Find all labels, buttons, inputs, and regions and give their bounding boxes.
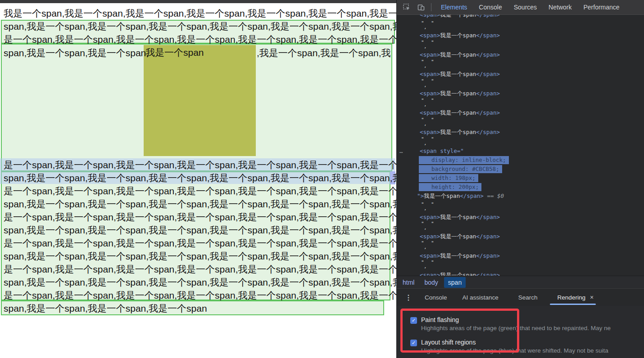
breadcrumb-body[interactable]: body <box>420 277 442 288</box>
tab-performance[interactable]: Performance <box>583 4 619 11</box>
dom-node-span[interactable]: <span>我是一个span</span> <box>420 108 500 117</box>
dom-node-span[interactable]: <span>我是一个span</span> <box>420 89 500 98</box>
tab-console[interactable]: Console <box>479 4 502 11</box>
close-icon[interactable]: × <box>590 294 594 301</box>
dom-node-span[interactable]: <span>我是一个span</span> <box>420 50 500 59</box>
page-text-line: 是一个span,我是一个span,我是一个span,我是一个span,我是一个s… <box>4 263 396 276</box>
tab-elements[interactable]: Elements <box>441 4 467 11</box>
web-page-viewport: 我是一个span,我是一个span,我是一个span,我是一个span,我是一个… <box>0 0 396 358</box>
dom-node-span[interactable]: <span>我是一个span</span> <box>420 31 500 40</box>
drawer-tab-console[interactable]: Console <box>425 294 447 301</box>
devtools-panel: Elements Console Sources Network Perform… <box>396 0 644 358</box>
elements-tree: <span>我是一个span</span>"",<span>我是一个span</… <box>397 14 644 276</box>
dom-node-span[interactable]: <span>我是一个span</span> <box>420 251 500 260</box>
drawer-tab-rendering[interactable]: Rendering <box>558 294 585 301</box>
page-text-line: span,我是一个span,我是一个span,我是一个span,我是一个span… <box>4 250 396 263</box>
style-prop: display: inline-block; <box>419 156 509 164</box>
tab-sources[interactable]: Sources <box>514 4 537 11</box>
annotation-red-box <box>400 309 519 353</box>
breadcrumb-html[interactable]: html <box>399 277 418 288</box>
page-text-line: 是一个span,我是一个span,我是一个span,我是一个span,我是一个s… <box>4 33 396 46</box>
selected-close-line: ">我是一个span</span> == $0 <box>417 192 504 201</box>
devtools-toolbar: Elements Console Sources Network Perform… <box>397 0 644 15</box>
page-text-line: span,我是一个span,我是一个span,我是一个span,我是一个span… <box>4 276 396 289</box>
device-toolbar-icon[interactable] <box>417 3 426 12</box>
page-text-line: span,我是一个span,我是一个span,我是一个span <box>4 302 207 315</box>
page-text-line: span,我是一个span,我是一个span,我是一个span,我是一个span… <box>4 197 396 210</box>
dom-node-span[interactable]: <span>我是一个span</span> <box>420 69 500 79</box>
page-text-line: span,我是一个span,我是一个span,我是一个span,我是一个span… <box>4 224 396 237</box>
page-text-line: ,我是一个span,我是一个span,我 <box>257 46 391 59</box>
breadcrumb-span[interactable]: span <box>444 277 466 288</box>
page-text-line: 是一个span,我是一个span,我是一个span,我是一个span,我是一个s… <box>4 210 396 224</box>
page-text-line: 是一个span,我是一个span,我是一个span,我是一个span,我是一个s… <box>4 237 396 250</box>
selected-open-tag: <span style=" <box>420 147 464 156</box>
page-top-strip <box>0 0 396 3</box>
page-text-line: 是一个span,我是一个span,我是一个span,我是一个span,我是一个s… <box>4 184 396 197</box>
page-text-line: span,我是一个span,我是一个span, <box>4 46 149 59</box>
inline-block-span <box>144 45 256 156</box>
selected-element[interactable]: … <span style=" display: inline-block; b… <box>397 147 644 201</box>
inspect-icon[interactable] <box>402 3 411 12</box>
page-text-line: 我是一个span,我是一个span,我是一个span,我是一个span,我是一个… <box>4 7 396 20</box>
style-prop: width: 198px; <box>419 174 478 182</box>
toolbar-separator <box>431 3 431 11</box>
page-text-line: 是一个span,我是一个span,我是一个span,我是一个span,我是一个s… <box>4 158 396 171</box>
style-prop: height: 200px; <box>419 183 481 191</box>
dom-node-span[interactable]: <span>我是一个span</span> <box>420 127 500 137</box>
page-text-line: span,我是一个span,我是一个span,我是一个span,我是一个span… <box>4 171 396 184</box>
dom-node-span[interactable]: <span>我是一个span</span> <box>420 232 500 241</box>
drawer-tab-bar: ⋮ Console AI assistance Search Rendering… <box>397 288 644 306</box>
page-text-line: 是一个span,我是一个span,我是一个span,我是一个span,我是一个s… <box>4 289 396 302</box>
drawer-tab-ai-assistance[interactable]: AI assistance <box>463 294 499 301</box>
screenshot-root: 我是一个span,我是一个span,我是一个span,我是一个span,我是一个… <box>0 0 644 358</box>
more-actions-icon[interactable]: … <box>399 147 404 156</box>
drawer-tab-search[interactable]: Search <box>518 294 538 301</box>
drawer-menu-icon[interactable]: ⋮ <box>405 293 412 302</box>
style-prop: background: #CBCB58; <box>419 165 502 173</box>
dollar-zero-hint: == $0 <box>487 192 504 199</box>
page-text-line: span,我是一个span,我是一个span,我是一个span,我是一个span… <box>4 20 396 33</box>
inline-block-span-label: 我是一个span <box>145 46 204 59</box>
dom-node-span[interactable]: <span>我是一个span</span> <box>420 212 500 222</box>
active-tab-underline <box>550 304 596 305</box>
breadcrumb: html body span <box>397 276 644 289</box>
tab-network[interactable]: Network <box>549 4 571 11</box>
